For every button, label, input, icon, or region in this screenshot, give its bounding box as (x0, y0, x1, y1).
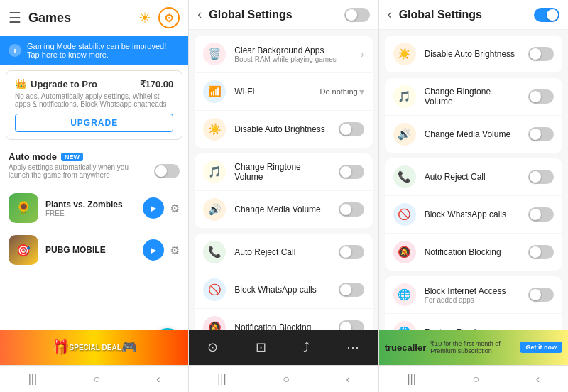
menu-icon[interactable]: ☰ (9, 9, 21, 26)
info-banner[interactable]: i Gaming Mode stability can be improved!… (0, 36, 188, 65)
p2-bar-more[interactable]: ⋯ (346, 339, 359, 355)
block-internet-added-icon: 🌐 (393, 283, 416, 306)
notif-block-icon: 🔕 (203, 316, 226, 330)
auto-reject-toggle-3[interactable] (528, 170, 554, 184)
p2-bar-share[interactable]: ⤴ (303, 340, 310, 355)
truecaller-get-button[interactable]: Get it now (520, 342, 562, 353)
truecaller-ad[interactable]: truecaller ₹10 for the first month of Pr… (379, 330, 568, 365)
ringtone-icon: 🎵 (203, 160, 226, 183)
ringtone-toggle[interactable] (339, 165, 364, 179)
crown-icon: 👑 (15, 78, 27, 89)
settings-item-brightness-3: ☀️ Disable Auto Brightness (385, 36, 562, 72)
media-toggle[interactable] (339, 202, 364, 217)
play-button-pubg[interactable] (143, 239, 164, 261)
p3-nav-menu[interactable]: ||| (400, 370, 422, 388)
settings-item-ringtone: 🎵 Change Ringtone Volume (195, 153, 372, 191)
play-button-pvz[interactable] (143, 197, 164, 219)
game-name-pvz: Plants vs. Zombies (45, 200, 136, 209)
wifi-icon: 📶 (203, 80, 226, 103)
brightness-text: Disable Auto Brightness (234, 124, 329, 134)
brightness-toggle[interactable] (339, 122, 364, 136)
settings-card-3-4: 🌐 Block Internet Access For added apps 🌐… (385, 276, 562, 330)
block-whatsapp-toggle[interactable] (339, 283, 364, 297)
ringtone-label-3: Change Ringtone Volume (425, 87, 520, 107)
notif-label-3: Notification Blocking (425, 247, 520, 257)
media-toggle-3[interactable] (528, 127, 554, 141)
settings-item-auto-reject: 📞 Auto Reject Call (195, 234, 372, 271)
block-internet-added-toggle[interactable] (528, 288, 554, 302)
auto-mode-section: Auto mode NEW Apply settings automatical… (0, 146, 188, 185)
settings-card-2-2: 🎵 Change Ringtone Volume 🔊 Change Media … (195, 153, 372, 228)
brightness-label-3: Disable Auto Brightness (425, 49, 520, 59)
auto-reject-toggle[interactable] (339, 245, 364, 259)
nav-menu-icon[interactable]: ||| (21, 370, 44, 388)
game-info-pubg: PUBG MOBILE (45, 245, 136, 255)
games-title: Games (28, 11, 131, 26)
info-icon: i (9, 44, 21, 57)
settings-item-notif-block: 🔕 Notification Blocking (195, 309, 372, 330)
ringtone-toggle-3[interactable] (528, 89, 554, 104)
back-button-2[interactable]: ‹ (197, 7, 202, 22)
sun-icon[interactable]: ☀ (138, 9, 151, 26)
p2-bar-scan[interactable]: ⊡ (256, 339, 266, 355)
global-toggle-3[interactable] (534, 8, 559, 22)
media-label-3: Change Media Volume (425, 129, 520, 139)
p2-nav-back[interactable]: ‹ (339, 370, 356, 388)
restore-purchase-icon: 🌐 (393, 321, 416, 330)
ringtone-icon-3: 🎵 (393, 85, 416, 108)
p2-nav-home[interactable]: ○ (275, 370, 297, 388)
new-badge: NEW (61, 153, 83, 161)
block-wa-toggle-3[interactable] (528, 207, 554, 222)
upgrade-title: 👑 Upgrade to Pro (15, 78, 97, 89)
settings-icon-pvz[interactable]: ⚙ (170, 202, 180, 215)
auto-reject-label: Auto Reject Call (234, 247, 329, 257)
back-button-3[interactable]: ‹ (388, 7, 392, 22)
upgrade-button[interactable]: UPGRADE (15, 114, 173, 132)
p3-nav-home[interactable]: ○ (466, 370, 487, 388)
panel3-bottom-nav: ||| ○ ‹ (379, 365, 568, 392)
notif-toggle-3[interactable] (528, 245, 554, 259)
settings-header-3: ‹ Global Settings (379, 0, 568, 30)
auto-mode-toggle[interactable] (154, 164, 180, 178)
settings-item-clear-bg: 🗑️ Clear Background Apps Boost RAM while… (195, 36, 372, 73)
block-internet-added-sub: For added apps (425, 296, 520, 304)
ad-banner[interactable]: 🎁 SPECIAL DEAL 🎮 (0, 330, 188, 365)
settings-content-2: 🗑️ Clear Background Apps Boost RAM while… (189, 30, 378, 330)
gear-icon[interactable]: ⚙ (158, 7, 180, 28)
media-icon: 🔊 (203, 198, 226, 221)
game-thumbnail-pubg: 🎯 (9, 235, 38, 265)
settings-item-wifi: 📶 Wi-Fi Do nothing ▾ (195, 73, 372, 111)
clear-bg-label: Clear Background Apps (234, 45, 352, 55)
p2-bar-menu[interactable]: ⊙ (207, 339, 218, 355)
nav-home-icon[interactable]: ○ (86, 370, 107, 388)
block-whatsapp-text: Block WhatsApp calls (234, 285, 329, 295)
notif-icon-3: 🔕 (393, 241, 416, 263)
p2-nav-menu[interactable]: ||| (210, 370, 233, 388)
auto-reject-icon-3: 📞 (393, 165, 416, 188)
block-whatsapp-icon: 🚫 (203, 278, 226, 301)
notif-block-label: Notification Blocking (234, 322, 329, 330)
panel2-bottom-nav: ||| ○ ‹ (189, 365, 378, 392)
notif-text-3: Notification Blocking (425, 247, 520, 257)
notif-block-toggle[interactable] (339, 320, 364, 330)
game-name-pubg: PUBG MOBILE (45, 245, 136, 255)
nav-back-icon[interactable]: ‹ (149, 370, 167, 388)
info-banner-text: Gaming Mode stability can be improved! T… (27, 42, 180, 59)
upgrade-header: 👑 Upgrade to Pro ₹170.00 (15, 78, 173, 89)
panel-global-settings-3: ‹ Global Settings ☀️ Disable Auto Bright… (379, 0, 568, 392)
truecaller-text: ₹10 for the first month of Premium subsc… (426, 340, 520, 354)
settings-header-2: ‹ Global Settings (189, 0, 378, 30)
settings-card-3-3: 📞 Auto Reject Call 🚫 Block WhatsApp call… (385, 158, 562, 271)
global-toggle-2[interactable] (344, 8, 370, 22)
settings-icon-pubg[interactable]: ⚙ (170, 244, 180, 257)
settings-item-ringtone-3: 🎵 Change Ringtone Volume (385, 78, 562, 116)
truecaller-logo: truecaller (385, 342, 427, 353)
brightness-toggle-3[interactable] (528, 47, 554, 61)
game-item-pubg: 🎯 PUBG MOBILE ⚙ (6, 229, 182, 271)
game-list: 🌻 Plants vs. Zombies FREE ⚙ 🎯 PUBG MOBIL… (0, 185, 188, 274)
notif-block-text: Notification Blocking (234, 322, 329, 330)
p3-nav-back[interactable]: ‹ (529, 370, 547, 388)
brightness-icon-3: ☀️ (393, 43, 416, 65)
upgrade-card: 👑 Upgrade to Pro ₹170.00 No ads, Automat… (6, 70, 182, 140)
wifi-value[interactable]: Do nothing ▾ (320, 86, 364, 97)
